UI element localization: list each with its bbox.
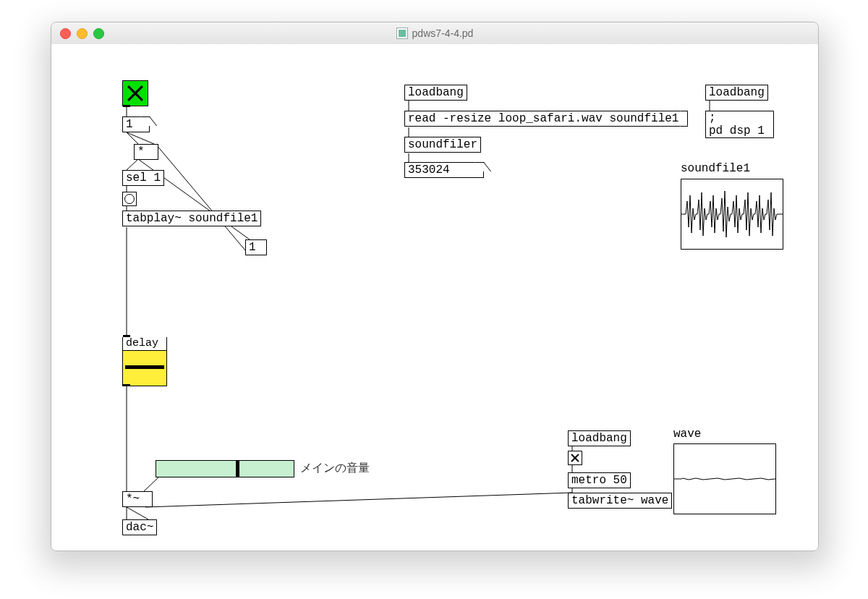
svg-line-2 xyxy=(127,132,154,144)
svg-line-13 xyxy=(145,493,572,507)
loadbang-dsp[interactable]: loadbang xyxy=(705,85,768,101)
soundfile-array-view[interactable] xyxy=(681,179,783,250)
tabplay-object[interactable]: tabplay~ soundfile1 xyxy=(122,211,261,226)
svg-line-1 xyxy=(127,132,138,144)
volume-label: メインの音量 xyxy=(300,461,370,476)
svg-line-12 xyxy=(127,507,148,519)
loadbang-wave[interactable]: loadbang xyxy=(568,430,631,446)
loadbang-loader[interactable]: loadbang xyxy=(404,85,467,101)
bang-button[interactable] xyxy=(122,192,137,206)
window-title-text: pdws7-4-4.pd xyxy=(412,27,474,39)
tabwrite-object[interactable]: tabwrite~ wave xyxy=(568,493,672,509)
svg-line-7 xyxy=(156,145,250,255)
wave-array-label: wave xyxy=(673,428,701,441)
dac-object[interactable]: dac~ xyxy=(122,519,157,535)
soundfiler-object[interactable]: soundfiler xyxy=(404,137,481,153)
waveform-icon xyxy=(681,179,783,249)
titlebar[interactable]: pdws7-4-4.pd xyxy=(51,22,818,45)
wave-array-view[interactable] xyxy=(673,443,776,514)
dsp-on-message[interactable]: ; pd dsp 1 xyxy=(705,111,774,138)
message-one[interactable]: 1 xyxy=(245,239,267,255)
sample-count-number[interactable]: 353024 xyxy=(404,162,484,178)
play-toggle[interactable] xyxy=(122,80,148,106)
pd-doc-icon xyxy=(396,27,408,39)
sel-object[interactable]: sel 1 xyxy=(122,170,164,186)
metro-object[interactable]: metro 50 xyxy=(568,472,631,488)
number-box-1[interactable]: 1 xyxy=(122,116,150,132)
multiply-object[interactable]: * xyxy=(134,144,158,160)
delay-label: delay xyxy=(123,337,166,351)
soundfile-array-label: soundfile1 xyxy=(681,162,750,175)
signal-multiply-object[interactable]: *~ xyxy=(122,491,153,507)
app-window: pdws7-4-4.pd xyxy=(51,22,819,551)
read-message[interactable]: read -resize loop_safari.wav soundfile1 xyxy=(404,111,688,127)
delay-subpatch[interactable]: delay xyxy=(122,337,167,386)
window-title: pdws7-4-4.pd xyxy=(51,22,818,44)
volume-slider[interactable] xyxy=(156,460,294,477)
waveform-flat-icon xyxy=(674,444,775,514)
svg-line-3 xyxy=(127,159,138,170)
svg-line-10 xyxy=(144,476,160,491)
patch-canvas[interactable]: 1 * sel 1 tabplay~ soundfile1 1 delay メ xyxy=(51,44,818,551)
wave-toggle[interactable] xyxy=(568,451,582,465)
